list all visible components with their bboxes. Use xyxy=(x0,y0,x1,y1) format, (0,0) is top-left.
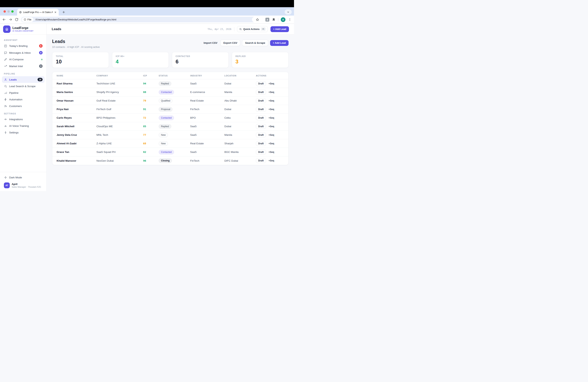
leadforge-app: LeadForge AI SALES ASSISTANT ASSISTANTTo… xyxy=(0,24,294,191)
draft-button[interactable]: Draft xyxy=(256,124,266,129)
stat-label: TOTAL xyxy=(56,55,105,57)
import-csv-button[interactable]: Import CSV xyxy=(202,40,219,46)
lead-actions: Draft+Seq xyxy=(256,150,284,154)
main-header: Leads Thu, Apr 23, 2026 Quick Actions ⌘K… xyxy=(47,24,294,35)
lead-company: Shopify PH Agency xyxy=(96,91,143,94)
add-sequence-link[interactable]: +Seq xyxy=(269,151,274,153)
draft-button[interactable]: Draft xyxy=(256,98,266,103)
sidebar-item-market-intel[interactable]: Market Intel3 xyxy=(2,63,44,69)
dark-mode-toggle[interactable]: Dark Mode xyxy=(2,174,44,181)
lead-location: Manila xyxy=(224,91,256,94)
table-row[interactable]: Grace TanSaaS Squad PH82ContactedSaaSBGC… xyxy=(52,148,288,156)
add-sequence-link[interactable]: +Seq xyxy=(269,117,274,119)
user-profile[interactable]: AT April Sales Manager · Thoutam FZC xyxy=(2,181,44,188)
forward-icon[interactable] xyxy=(9,18,12,21)
minimize-window-button[interactable] xyxy=(7,10,10,13)
table-row[interactable]: Khalid MansoorNexGen Dubai96ClosingFinTe… xyxy=(52,156,288,165)
user-role: Sales Manager · Thoutam FZC xyxy=(12,186,41,188)
header-date: Thu, Apr 23, 2026 xyxy=(208,28,231,31)
table-row[interactable]: Maria SantosShopify PH Agency88Contacted… xyxy=(52,88,288,96)
file-chip-label: File xyxy=(27,18,31,21)
bookmark-star-icon[interactable] xyxy=(256,18,259,21)
lead-name: Maria Santos xyxy=(57,91,96,94)
info-icon[interactable] xyxy=(24,18,26,21)
nav-section-label-settings: SETTINGS xyxy=(4,112,42,115)
user-name: April xyxy=(12,183,41,186)
add-sequence-link[interactable]: +Seq xyxy=(269,159,274,162)
add-sequence-link[interactable]: +Seq xyxy=(269,134,274,136)
lead-company: Gulf Real Estate xyxy=(96,99,143,102)
tab-search-button[interactable] xyxy=(285,9,292,15)
draft-button[interactable]: Draft xyxy=(256,107,266,112)
draft-button[interactable]: Draft xyxy=(256,141,266,146)
stat-value: 6 xyxy=(176,59,225,65)
table-row[interactable]: Omar HassanGulf Real Estate79QualifiedRe… xyxy=(52,96,288,105)
add-lead-button-secondary[interactable]: + Add Lead xyxy=(270,40,289,46)
export-csv-button[interactable]: Export CSV xyxy=(221,40,240,46)
stat-card-icp-80: ICP 80+4 xyxy=(112,52,169,68)
new-tab-icon[interactable] xyxy=(62,10,65,14)
add-sequence-link[interactable]: +Seq xyxy=(269,99,274,102)
sidebar-item-label: AI Voice Training xyxy=(9,125,42,127)
browser-profile-avatar[interactable]: A xyxy=(281,17,285,22)
extensions-puzzle-icon[interactable] xyxy=(272,18,275,21)
lead-actions: Draft+Seq xyxy=(256,158,284,163)
draft-button[interactable]: Draft xyxy=(256,133,266,137)
sidebar-item-messages-inbox[interactable]: Messages & Inbox8 xyxy=(2,49,44,56)
sidebar-item-ai-compose[interactable]: AI Compose xyxy=(2,56,44,63)
sidebar-item-customers[interactable]: Customers xyxy=(2,103,44,109)
table-row[interactable]: Priya NairFinTech Gulf91ProposalFinTechD… xyxy=(52,105,288,114)
lead-industry: SaaS xyxy=(190,82,224,85)
draft-button[interactable]: Draft xyxy=(256,158,266,163)
address-bar[interactable]: File /Users/aprilthoutam/Desktop/Website… xyxy=(21,17,263,22)
sidebar-item-lead-search-scrape[interactable]: Lead Search & Scrape xyxy=(2,83,44,89)
column-header-industry: INDUSTRY xyxy=(190,74,224,77)
sidebar-item-automation[interactable]: Automation xyxy=(2,96,44,103)
table-row[interactable]: Jenny Dela CruzMNL Tech77NewSaaSManilaDr… xyxy=(52,131,288,139)
draft-button[interactable]: Draft xyxy=(256,81,266,86)
browser-tab[interactable]: LeadForge Pro — AI Sales Ass xyxy=(17,9,59,16)
integrations-icon xyxy=(4,118,7,121)
lead-name: Sarah Mitchell xyxy=(57,125,96,128)
browser-menu-icon[interactable] xyxy=(288,18,292,21)
add-lead-button[interactable]: + Add Lead xyxy=(271,26,289,32)
fullscreen-window-button[interactable] xyxy=(11,10,14,13)
quick-actions-button[interactable]: Quick Actions ⌘K xyxy=(237,26,268,32)
page-subtitle: 10 contacts · 4 high ICP · AI scoring ac… xyxy=(52,45,100,48)
search-scrape-button[interactable]: Search & Scrape xyxy=(242,40,268,46)
table-row[interactable]: Carlo ReyesBPO Philippines72ContactedBPO… xyxy=(52,114,288,122)
status-badge: Replied xyxy=(159,124,171,129)
lead-industry: SaaS xyxy=(190,150,224,153)
add-sequence-link[interactable]: +Seq xyxy=(269,91,274,94)
lead-industry: FinTech xyxy=(190,159,224,162)
draft-button[interactable]: Draft xyxy=(256,116,266,120)
add-sequence-link[interactable]: +Seq xyxy=(269,108,274,111)
table-row[interactable]: Sarah MitchellCloudOps ME85RepliedSaaSDu… xyxy=(52,122,288,131)
tab-close-icon[interactable] xyxy=(54,11,57,14)
column-header-icp: ICP xyxy=(143,74,159,77)
sidebar-item-integrations[interactable]: Integrations xyxy=(2,116,44,123)
sidebar-item-leads[interactable]: Leads10 xyxy=(2,76,44,83)
lead-location: Sharjah xyxy=(224,142,256,145)
sidebar-item-settings[interactable]: Settings xyxy=(2,129,44,136)
extension-thumbnail-icon[interactable] xyxy=(265,18,269,21)
sidebar-item-pipeline[interactable]: Pipeline xyxy=(2,90,44,96)
column-header-status: STATUS xyxy=(159,74,190,77)
sidebar-item-ai-voice-training[interactable]: AI Voice Training xyxy=(2,123,44,129)
close-window-button[interactable] xyxy=(3,10,6,13)
nav-section-label-pipeline: PIPELINE xyxy=(4,73,42,75)
add-sequence-link[interactable]: +Seq xyxy=(269,82,274,85)
draft-button[interactable]: Draft xyxy=(256,90,266,95)
lead-icp-score: 72 xyxy=(143,116,159,119)
back-icon[interactable] xyxy=(2,18,6,21)
status-badge: New xyxy=(159,141,168,146)
add-sequence-link[interactable]: +Seq xyxy=(269,125,274,128)
draft-button[interactable]: Draft xyxy=(256,150,266,154)
table-row[interactable]: Ravi SharmaTechVision UAE94RepliedSaaSDu… xyxy=(52,79,288,88)
reload-icon[interactable] xyxy=(15,18,19,21)
page-actions: Import CSV Export CSV Search & Scrape + … xyxy=(202,40,289,46)
status-badge: Proposal xyxy=(159,107,172,112)
sidebar-item-today-s-briefing[interactable]: Today's Briefing5 xyxy=(2,42,44,49)
add-sequence-link[interactable]: +Seq xyxy=(269,142,274,145)
table-row[interactable]: Ahmed Al-ZaabiZ-Alpha UAE68NewReal Estat… xyxy=(52,139,288,148)
